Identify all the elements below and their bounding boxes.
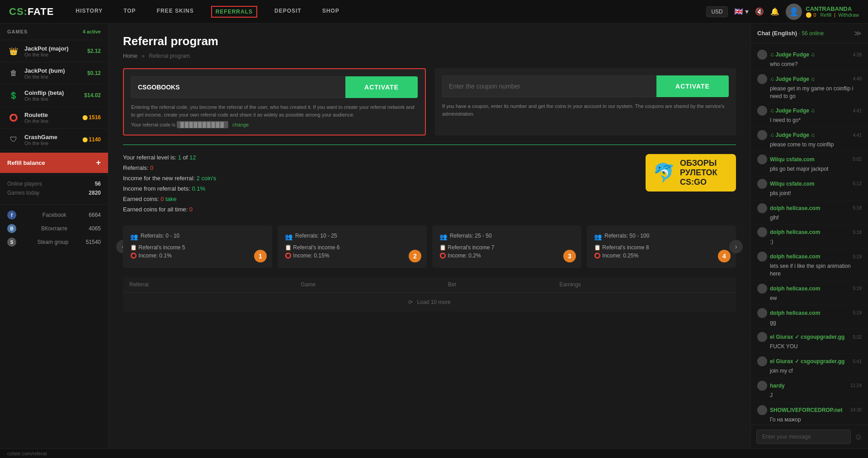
- chat-msg-header: Wilqu csfate.com 5:02: [757, 154, 862, 164]
- refill-balance-btn[interactable]: Refill balance +: [0, 153, 108, 173]
- level-header-3: 👥 Referrals: 25 - 50: [439, 233, 574, 241]
- referral-code-input[interactable]: [131, 76, 345, 98]
- chat-username[interactable]: dolph hellcase.com: [770, 253, 820, 260]
- chat-time: 5:02: [853, 157, 862, 162]
- chat-message: dolph hellcase.com 5:18 :): [751, 224, 868, 249]
- level-badge-4: 4: [718, 250, 731, 262]
- chat-avatar: [757, 179, 767, 189]
- language-selector[interactable]: 🇬🇧 ▾: [734, 7, 749, 16]
- online-players-value: 56: [95, 181, 101, 187]
- chat-username[interactable]: ♫ Judge Fudge ♫: [770, 107, 815, 114]
- chat-msg-header: ♫ Judge Fudge ♫ 4:40: [757, 74, 862, 84]
- chat-msg-header: ♫ Judge Fudge ♫ 4:39: [757, 50, 862, 60]
- chat-send-icon[interactable]: ☺: [854, 432, 863, 442]
- chat-msg-header: dolph hellcase.com 5:18: [757, 227, 862, 237]
- chat-username[interactable]: ♫ Judge Fudge ♫: [770, 132, 815, 138]
- facebook-count: 6664: [89, 212, 101, 218]
- chat-username[interactable]: Wilqu csfate.com: [770, 156, 815, 163]
- site-logo[interactable]: CS:FATE: [9, 6, 54, 18]
- chat-text: gg: [757, 319, 862, 327]
- social-vk[interactable]: В ВКонтакте 4065: [7, 222, 101, 235]
- sidebar-item-roulette[interactable]: ⭕ Roulette On the line 🟡1516: [0, 107, 108, 129]
- user-details: CANTRABANDA 🟡 0 Refill | Withdraw: [806, 5, 859, 18]
- currency-selector[interactable]: USD: [706, 6, 727, 17]
- chat-input[interactable]: [756, 430, 851, 444]
- username: CANTRABANDA: [806, 5, 859, 12]
- chat-avatar: [757, 332, 767, 342]
- sidebar-item-jackpot-bum[interactable]: 🗑 JackPot (bum) On the line $0.12: [0, 62, 108, 84]
- withdraw-link[interactable]: Withdraw: [838, 12, 859, 18]
- chat-message: ♫ Judge Fudge ♫ 4:41 I need to go*: [751, 103, 868, 127]
- chat-username[interactable]: SHOWLIVEFORCEDROP.net: [770, 407, 842, 413]
- chat-username[interactable]: dolph hellcase.com: [770, 229, 820, 235]
- jackpot-major-icon: 👑: [7, 45, 20, 57]
- coinflip-icon: 💲: [7, 89, 20, 102]
- chat-time: 5:18: [853, 206, 862, 210]
- referrals-line: Referrals: 0: [123, 164, 637, 171]
- change-code-link[interactable]: change: [232, 122, 249, 127]
- refill-label: Refill balance: [7, 159, 45, 166]
- level-pct-2: ⭕ Income: 0.15%: [285, 252, 420, 259]
- chat-message: dolph hellcase.com 5:19 gg: [751, 305, 868, 330]
- nav-referrals[interactable]: REFERRALS: [211, 6, 257, 18]
- sound-toggle[interactable]: 🔇: [755, 7, 764, 16]
- nav-shop[interactable]: SHOP: [319, 6, 343, 18]
- referral-code-activate-btn[interactable]: ACTIVATE: [345, 76, 418, 98]
- chat-username[interactable]: Wilqu csfate.com: [770, 181, 815, 187]
- chat-username[interactable]: dolph hellcase.com: [770, 310, 820, 316]
- breadcrumb-home[interactable]: Home: [123, 53, 137, 59]
- chat-username[interactable]: ♫ Judge Fudge ♫: [770, 76, 815, 82]
- chat-message: SHOWLIVEFORCEDROP.net 14:30 Го на мажор: [751, 402, 868, 425]
- chat-avatar: [757, 284, 767, 294]
- chat-time: 14:30: [850, 407, 862, 412]
- nav-top[interactable]: TOP: [120, 6, 139, 18]
- chat-title: Chat (English): [757, 30, 797, 37]
- chat-message: ♫ Judge Fudge ♫ 4:39 who come?: [751, 47, 868, 71]
- chat-online-count: · 56 online: [799, 30, 824, 37]
- chat-text: join my cf: [757, 367, 862, 375]
- coinflip-name: Coinflip (beta): [24, 89, 84, 96]
- coupon-activate-btn[interactable]: ACTIVATE: [656, 75, 729, 97]
- chat-username[interactable]: dolph hellcase.com: [770, 205, 820, 211]
- chat-username[interactable]: ♫ Judge Fudge ♫: [770, 51, 815, 58]
- levels-next-btn[interactable]: ›: [729, 240, 743, 253]
- notifications-btn[interactable]: 🔔: [770, 7, 779, 16]
- coinflip-sub: On the line: [24, 96, 84, 102]
- chat-msg-header: Wilqu csfate.com 5:12: [757, 179, 862, 189]
- chat-username[interactable]: el Giurax ✓ csgoupgrader.gg: [770, 334, 844, 340]
- income-new-line: Income for the new referral: 2 coin's: [123, 175, 637, 182]
- social-facebook[interactable]: f Facebook 6664: [7, 208, 101, 222]
- chat-collapse-btn[interactable]: ≫: [854, 29, 862, 37]
- nav-history[interactable]: HISTORY: [72, 6, 106, 18]
- chat-username[interactable]: dolph hellcase.com: [770, 285, 820, 292]
- level-card-1: 👥 Referrals: 0 - 10 📋 Referral's income …: [123, 225, 272, 268]
- refill-link[interactable]: Refill: [821, 12, 831, 18]
- load-more-btn[interactable]: ⟳ Load 10 more: [123, 293, 736, 312]
- referral-code-box: ACTIVATE Entering the referral code, you…: [123, 68, 426, 136]
- chat-panel: Chat (English) · 56 online ≫ ♫ Judge Fud…: [750, 23, 868, 449]
- sidebar-item-crashgame[interactable]: 🛡 CrashGame On the line 🟡1140: [0, 129, 108, 151]
- referral-level-line: Your referral level is: 1 of 12: [123, 154, 637, 161]
- chat-text: :): [757, 238, 862, 246]
- chat-username[interactable]: el Giurax ✓ csgoupgrader.gg: [770, 358, 844, 365]
- level-pct-3: ⭕ Income: 0.2%: [439, 252, 574, 259]
- chat-username[interactable]: hardy: [770, 383, 785, 389]
- nav-deposit[interactable]: DEPOSIT: [271, 6, 305, 18]
- sidebar-item-coinflip[interactable]: 💲 Coinflip (beta) On the line $14.02: [0, 84, 108, 107]
- nav-free-skins[interactable]: FREE SKINS: [153, 6, 198, 18]
- coupon-input[interactable]: [442, 75, 656, 97]
- status-url: csfate.com/referal: [7, 451, 47, 456]
- level-income-3: 📋 Referral's income 7: [439, 244, 574, 251]
- chat-time: 5:19: [853, 254, 862, 259]
- level-badge-2: 2: [409, 250, 421, 262]
- coinflip-info: Coinflip (beta) On the line: [24, 89, 84, 102]
- chat-message: hardy 11:24 J: [751, 378, 868, 402]
- social-steam[interactable]: S Steam group 51540: [7, 235, 101, 249]
- chat-time: 4:39: [853, 52, 862, 57]
- your-code-value: ██████████: [177, 121, 228, 128]
- jackpot-major-name: JackPot (major): [24, 45, 87, 52]
- earned-line: Earned coins: 0 take: [123, 196, 637, 202]
- sidebar-item-jackpot-major[interactable]: 👑 JackPot (major) On the line $2.12: [0, 40, 108, 62]
- level-icon-2: 👥: [285, 233, 292, 240]
- chat-message: dolph hellcase.com 5:18 glhf: [751, 201, 868, 225]
